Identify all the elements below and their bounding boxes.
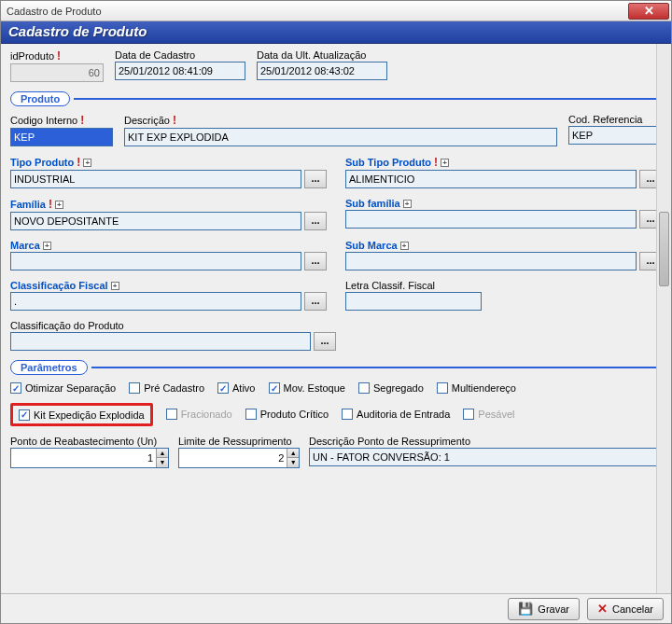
page-title: Cadastro de Produto xyxy=(1,21,671,44)
chk-produto-critico[interactable]: Produto Crítico xyxy=(245,403,329,426)
expand-icon[interactable]: + xyxy=(403,200,412,208)
classif-fiscal-input[interactable] xyxy=(10,292,301,311)
marca-label: Marca+ xyxy=(10,240,327,251)
spin-down-icon[interactable]: ▼ xyxy=(287,458,299,467)
required-icon: ! xyxy=(57,49,61,62)
section-parametros: Parâmetros xyxy=(10,360,662,375)
limite-ressuprimento-input[interactable] xyxy=(179,449,287,467)
chk-ativo[interactable]: Ativo xyxy=(217,382,255,394)
data-cadastro-field xyxy=(115,62,245,80)
cancel-icon: ✕ xyxy=(597,602,608,616)
classif-produto-input[interactable] xyxy=(10,332,311,351)
classif-fiscal-lookup-button[interactable]: ... xyxy=(304,292,327,311)
product-registration-window: Cadastro de Produto ✕ Cadastro de Produt… xyxy=(0,0,672,624)
desc-ponto-ressuprimento-input[interactable] xyxy=(309,448,662,466)
classif-produto-lookup-button[interactable]: ... xyxy=(314,332,336,351)
subfamilia-input[interactable] xyxy=(345,210,637,229)
data-atualizacao-field xyxy=(257,62,387,80)
subfamilia-label: Sub família+ xyxy=(345,198,662,209)
familia-input[interactable] xyxy=(10,212,301,230)
kit-highlight: Kit Expedição Explodida xyxy=(10,403,153,426)
chk-pre-cadastro[interactable]: Pré Cadastro xyxy=(129,382,204,394)
spin-up-icon[interactable]: ▲ xyxy=(156,449,168,459)
cancelar-button[interactable]: ✕Cancelar xyxy=(587,598,664,620)
section-parametros-badge: Parâmetros xyxy=(10,360,88,375)
scrollbar[interactable] xyxy=(656,44,671,593)
desc-ponto-ressuprimento-label: Descrição Ponto de Ressuprimento xyxy=(309,436,662,447)
subtipo-produto-input[interactable] xyxy=(345,170,637,188)
titlebar[interactable]: Cadastro de Produto ✕ xyxy=(1,1,671,21)
marca-input[interactable] xyxy=(10,252,301,270)
data-cadastro-label: Data de Cadastro xyxy=(115,49,245,61)
tipo-produto-lookup-button[interactable]: ... xyxy=(304,170,327,188)
required-icon: ! xyxy=(434,156,438,169)
chk-fracionado: Fracionado xyxy=(166,403,232,426)
letra-classif-input[interactable] xyxy=(345,292,482,311)
marca-lookup-button[interactable]: ... xyxy=(304,252,327,270)
chk-otimizar-separacao[interactable]: Otimizar Separação xyxy=(10,382,116,394)
section-produto: Produto xyxy=(10,91,662,106)
expand-icon[interactable]: + xyxy=(111,282,119,290)
limite-ressuprimento-spinner[interactable]: ▲▼ xyxy=(178,448,300,468)
divider xyxy=(91,367,662,368)
footer: 💾Gravar ✕Cancelar xyxy=(1,593,671,623)
descricao-label: Descrição! xyxy=(124,114,557,127)
familia-label: Família!+ xyxy=(10,198,327,211)
section-produto-badge: Produto xyxy=(10,91,70,106)
chk-multiendereco[interactable]: Multiendereço xyxy=(437,382,516,394)
chk-auditoria-entrada[interactable]: Auditoria de Entrada xyxy=(342,403,450,426)
gravar-button[interactable]: 💾Gravar xyxy=(508,598,580,620)
expand-icon[interactable]: + xyxy=(43,242,51,250)
required-icon: ! xyxy=(49,198,52,211)
chk-mov-estoque[interactable]: Mov. Estoque xyxy=(269,382,345,394)
expand-icon[interactable]: + xyxy=(83,159,91,167)
cod-referencia-label: Cod. Referencia xyxy=(568,114,662,125)
content-area: idProduto! Data de Cadastro Data da Ult.… xyxy=(1,44,671,593)
expand-icon[interactable]: + xyxy=(400,242,409,250)
submarca-input[interactable] xyxy=(345,252,637,270)
window-title: Cadastro de Produto xyxy=(7,6,102,17)
spin-down-icon[interactable]: ▼ xyxy=(156,458,168,467)
codigo-interno-input[interactable] xyxy=(10,128,113,146)
letra-classif-label: Letra Classif. Fiscal xyxy=(345,280,662,291)
familia-lookup-button[interactable]: ... xyxy=(304,212,327,230)
tipo-produto-input[interactable] xyxy=(10,170,301,188)
submarca-label: Sub Marca+ xyxy=(345,240,662,251)
cod-referencia-input[interactable] xyxy=(568,126,662,145)
codigo-interno-label: Codigo Interno! xyxy=(10,114,113,127)
divider xyxy=(74,98,662,100)
chk-kit-expedicao-explodida[interactable]: Kit Expedição Explodida xyxy=(19,409,145,421)
limite-ressuprimento-label: Limite de Ressuprimento xyxy=(178,436,300,447)
ponto-reabastecimento-spinner[interactable]: ▲▼ xyxy=(10,448,169,468)
scrollbar-thumb[interactable] xyxy=(659,212,669,286)
chk-pesavel: Pesável xyxy=(463,403,514,426)
required-icon: ! xyxy=(77,156,80,169)
required-icon: ! xyxy=(173,114,176,127)
close-button[interactable]: ✕ xyxy=(628,3,669,20)
spin-up-icon[interactable]: ▲ xyxy=(287,449,299,459)
id-produto-field xyxy=(10,63,104,82)
subtipo-produto-label: Sub Tipo Produto!+ xyxy=(345,156,662,169)
chk-segregado[interactable]: Segregado xyxy=(358,382,424,394)
expand-icon[interactable]: + xyxy=(55,201,63,209)
data-atualizacao-label: Data da Ult. Atualização xyxy=(257,49,387,61)
classif-produto-label: Classificação do Produto xyxy=(10,320,336,331)
expand-icon[interactable]: + xyxy=(441,159,449,167)
classif-fiscal-label: Classificação Fiscal+ xyxy=(10,280,327,291)
id-produto-label: idProduto! xyxy=(10,49,104,62)
descricao-input[interactable] xyxy=(124,128,557,146)
required-icon: ! xyxy=(80,114,84,127)
ponto-reabastecimento-input[interactable] xyxy=(11,449,156,467)
tipo-produto-label: Tipo Produto!+ xyxy=(10,156,327,169)
ponto-reabastecimento-label: Ponto de Reabastecimento (Un) xyxy=(10,436,169,447)
save-icon: 💾 xyxy=(518,602,533,616)
